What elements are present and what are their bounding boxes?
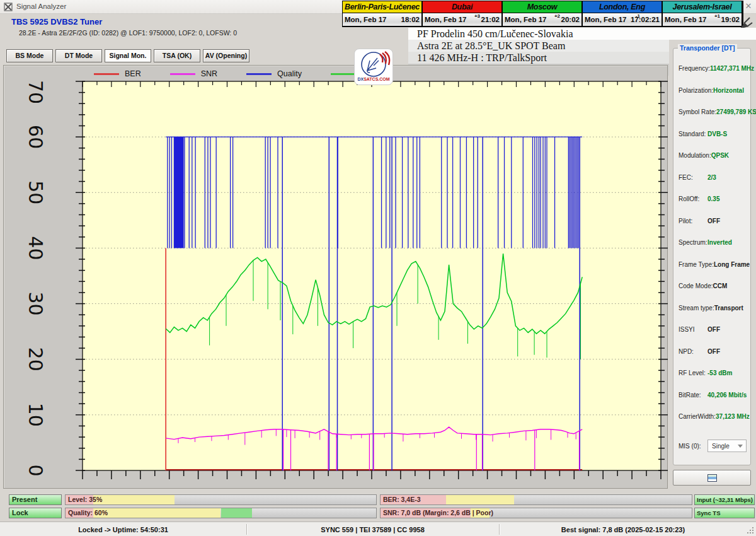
tuner-detail: 28.2E - Astra 2E/2F/2G (ID: 0282) @ LOF1… bbox=[19, 29, 237, 37]
svg-text:70: 70 bbox=[25, 80, 47, 104]
transponder-row: CarrierWidth: 37,123 MHz bbox=[679, 413, 747, 422]
ts-tool-button[interactable] bbox=[673, 470, 751, 486]
legend-item: Quality bbox=[246, 69, 302, 78]
transponder-field-label: NPD: bbox=[679, 348, 694, 357]
svg-text:30: 30 bbox=[25, 291, 47, 315]
clock-time-row: Mon, Feb 17 +2 20:02 bbox=[503, 13, 581, 26]
svg-text:10: 10 bbox=[25, 403, 47, 427]
clock-city-label: London, Eng bbox=[583, 1, 662, 13]
transponder-row: Pilot: OFF bbox=[679, 218, 747, 226]
mis-row: MIS (0): Single bbox=[679, 440, 747, 452]
mis-dropdown[interactable]: Single bbox=[707, 440, 747, 452]
status-best-signal: Best signal: 7,8 dB (2025-02-15 20:23) bbox=[499, 522, 747, 536]
window-title: Signal Analyzer bbox=[16, 3, 66, 10]
legend-label: SNR bbox=[201, 69, 217, 78]
signal-chart-widget: BER SNR Quality Level 010203040506070 bbox=[3, 65, 668, 489]
transponder-row: Frame Type: Long Frame bbox=[679, 261, 747, 270]
transponder-field-label: CarrierWidth: bbox=[679, 413, 716, 422]
transponder-field-value: QPSK bbox=[711, 152, 747, 161]
svg-text:20: 20 bbox=[25, 347, 47, 371]
mode-button[interactable]: AV (Opening) bbox=[203, 49, 249, 62]
transponder-field-label: Standard: bbox=[679, 131, 706, 139]
legend-item: SNR bbox=[170, 69, 217, 78]
clock-time: 17:02:21 bbox=[631, 16, 660, 23]
transponder-field-label: RF Level: bbox=[679, 370, 706, 378]
status-counters: SYNC 559 | TEI 37589 | CC 9958 bbox=[246, 522, 499, 536]
transponder-field-value: Long Frame bbox=[714, 261, 750, 270]
transponder-group-title: Transponder [DT] bbox=[678, 44, 737, 52]
legend-line-swatch bbox=[94, 73, 119, 75]
transponder-row: Modulation: QPSK bbox=[679, 152, 747, 161]
clock-time: 18:02 bbox=[401, 16, 420, 23]
mode-button[interactable]: DT Mode bbox=[55, 49, 102, 62]
world-clock: Jerusalem-Israel Mon, Feb 17 +1 19:02 bbox=[663, 1, 743, 26]
transponder-field-value: DVB-S bbox=[707, 131, 747, 139]
world-clocks-panel: Berlin-Paris-Lučenec Mon, Feb 17 18:02 D… bbox=[342, 1, 743, 27]
transponder-field-value: OFF bbox=[707, 218, 747, 226]
ber-progress-label: BER: 3,4E-3 bbox=[383, 496, 421, 503]
mis-selected-value: Single bbox=[712, 443, 730, 450]
transponder-row: RollOff: 0.35 bbox=[679, 195, 747, 204]
clock-utc-offset: +2 bbox=[554, 13, 560, 19]
transponder-row: RF Level: -53 dBm bbox=[679, 370, 747, 378]
transponder-row: FEC: 2/3 bbox=[679, 174, 747, 183]
clock-date: Mon, Feb 17 bbox=[585, 16, 626, 23]
level-progress-label: Level: 35% bbox=[68, 496, 102, 503]
info-line-transponder: 11 426 MHz-H : TRP/TalkSport bbox=[408, 52, 669, 64]
mode-button[interactable]: TSA (OK) bbox=[154, 49, 200, 62]
svg-text:50: 50 bbox=[25, 180, 47, 204]
mode-button[interactable]: BS Mode bbox=[6, 49, 53, 62]
snr-progress-label: SNR: 7,0 dB (Margin: 2,6 dB | Poor) bbox=[383, 509, 493, 516]
clock-time-row: Mon, Feb 17 +1 19:02 bbox=[663, 13, 742, 26]
chevron-down-icon bbox=[738, 445, 743, 448]
status-bar: Locked -> Uptime: 54:50:31 SYNC 559 | TE… bbox=[0, 521, 756, 536]
lock-indicator: Lock bbox=[9, 508, 62, 518]
transponder-field-value: -53 dBm bbox=[707, 370, 747, 378]
tuner-name: TBS 5925 DVBS2 Tuner bbox=[11, 17, 102, 26]
transponder-field-label: Frequency: bbox=[679, 65, 710, 74]
mode-buttons: BS Mode DT Mode Signal Mon. TSA (OK) AV … bbox=[6, 49, 249, 62]
snr-progress-bar: SNR: 7,0 dB (Margin: 2,6 dB | Poor) bbox=[380, 508, 692, 518]
svg-text:60: 60 bbox=[25, 125, 47, 149]
transponder-row: BitRate: 40,206 Mbit/s bbox=[679, 392, 747, 400]
legend-line-swatch bbox=[246, 73, 272, 75]
mis-label: MIS (0): bbox=[679, 443, 701, 450]
transponder-row: NPD: OFF bbox=[679, 348, 747, 357]
legend-label: BER bbox=[125, 69, 141, 78]
transponder-field-label: Symbol Rate: bbox=[679, 108, 716, 117]
world-clock: Dubai Mon, Feb 17 +3 21:02 bbox=[423, 1, 503, 26]
transponder-row: Symbol Rate: 27499,789 KS/s bbox=[679, 108, 747, 117]
present-indicator: Present bbox=[9, 494, 62, 505]
transponder-field-value: Horizontal bbox=[713, 87, 747, 96]
world-clock: London, Eng Mon, Feb 17 -1 17:02:21 bbox=[583, 1, 663, 26]
close-icon[interactable]: ✕ bbox=[743, 1, 753, 11]
svg-text:0: 0 bbox=[25, 464, 47, 476]
transponder-field-label: Frame Type: bbox=[679, 261, 714, 270]
transponder-field-label: Stream type: bbox=[679, 305, 714, 313]
transponder-field-label: Polarization: bbox=[679, 87, 713, 96]
dxsatcs-logo: DXSATCS.COM bbox=[354, 49, 393, 85]
clock-city-label: Berlin-Paris-Lučenec bbox=[343, 1, 421, 13]
world-clock: Moscow Mon, Feb 17 +2 20:02 bbox=[503, 1, 583, 26]
transponder-field-value: 27499,789 KS/s bbox=[716, 108, 755, 117]
transponder-row: ISSYI OFF bbox=[679, 326, 747, 335]
clock-date: Mon, Feb 17 bbox=[665, 16, 706, 23]
status-uptime: Locked -> Uptime: 54:50:31 bbox=[0, 522, 246, 536]
transponder-field-value: 11427,371 MHz bbox=[710, 65, 749, 74]
transponder-field-label: Code Mode: bbox=[679, 283, 713, 291]
clock-date: Mon, Feb 17 bbox=[345, 16, 386, 23]
clock-utc-offset: +1 bbox=[714, 13, 720, 19]
app-icon bbox=[4, 3, 13, 11]
transponder-field-label: FEC: bbox=[679, 174, 693, 183]
clock-date: Mon, Feb 17 bbox=[505, 16, 546, 23]
transponder-field-label: BitRate: bbox=[679, 392, 701, 400]
mode-button[interactable]: Signal Mon. bbox=[105, 49, 151, 62]
transponder-field-label: ISSYI bbox=[679, 326, 695, 335]
transponder-field-value: 0.35 bbox=[707, 195, 747, 204]
world-clock: Berlin-Paris-Lučenec Mon, Feb 17 18:02 bbox=[343, 1, 423, 26]
resize-grip[interactable] bbox=[747, 527, 755, 535]
transponder-field-value: OFF bbox=[707, 326, 747, 335]
clock-utc-offset: +3 bbox=[474, 13, 480, 19]
transponder-field-value: 2/3 bbox=[707, 174, 747, 183]
legend-label: Quality bbox=[277, 69, 302, 78]
